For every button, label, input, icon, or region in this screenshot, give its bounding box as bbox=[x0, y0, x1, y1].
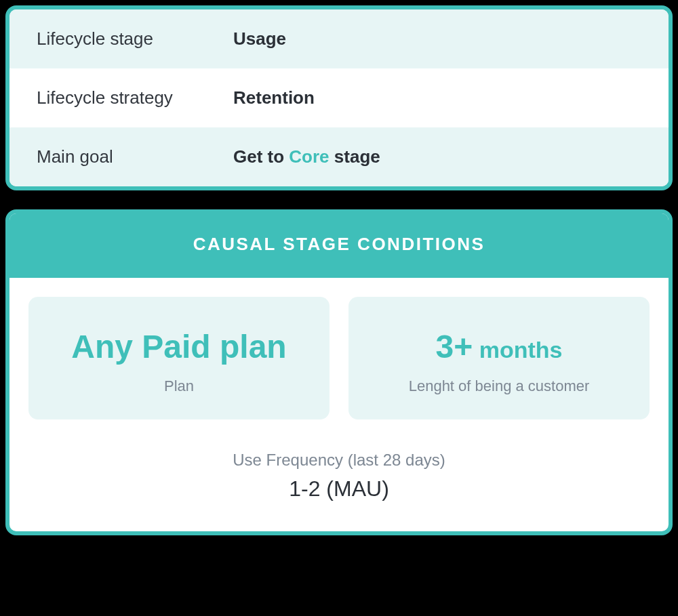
row-value: Retention bbox=[233, 87, 315, 108]
tile-title-big: Any Paid plan bbox=[71, 329, 286, 365]
tile-sub: Plan bbox=[42, 377, 316, 395]
frequency-label: Use Frequency (last 28 days) bbox=[23, 451, 655, 470]
conditions-banner: CAUSAL STAGE CONDITIONS bbox=[9, 213, 669, 278]
frequency-value: 1-2 (MAU) bbox=[23, 476, 655, 501]
tile-plan: Any Paid plan Plan bbox=[28, 297, 330, 419]
row-lifecycle-stage: Lifecycle stage Usage bbox=[9, 9, 669, 68]
tile-title: 3+ months bbox=[362, 329, 636, 365]
tile-title: Any Paid plan bbox=[42, 329, 316, 365]
row-value: Get to Core stage bbox=[233, 146, 380, 167]
row-label: Lifecycle stage bbox=[37, 28, 233, 49]
lifecycle-summary-card: Lifecycle stage Usage Lifecycle strategy… bbox=[5, 5, 673, 190]
tile-title-small: months bbox=[473, 337, 562, 363]
goal-prefix: Get to bbox=[233, 146, 289, 167]
goal-suffix: stage bbox=[330, 146, 380, 167]
row-value: Usage bbox=[233, 28, 286, 49]
tile-title-big: 3+ bbox=[436, 329, 473, 365]
tile-length: 3+ months Lenght of being a customer bbox=[348, 297, 650, 419]
cards-spacer bbox=[5, 190, 673, 209]
row-label: Main goal bbox=[37, 146, 233, 167]
row-lifecycle-strategy: Lifecycle strategy Retention bbox=[9, 68, 669, 127]
conditions-card: CAUSAL STAGE CONDITIONS Any Paid plan Pl… bbox=[5, 209, 673, 535]
row-main-goal: Main goal Get to Core stage bbox=[9, 127, 669, 186]
conditions-tiles: Any Paid plan Plan 3+ months Lenght of b… bbox=[9, 278, 669, 428]
goal-highlight: Core bbox=[289, 146, 329, 167]
row-label: Lifecycle strategy bbox=[37, 87, 233, 108]
tile-sub: Lenght of being a customer bbox=[362, 377, 636, 395]
frequency-block: Use Frequency (last 28 days) 1-2 (MAU) bbox=[9, 428, 669, 531]
